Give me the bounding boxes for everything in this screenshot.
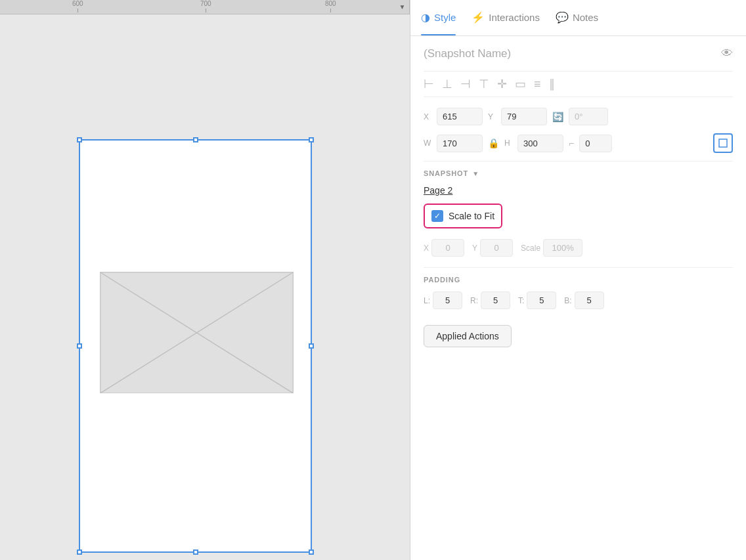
snapshot-name[interactable]: (Snapshot Name) bbox=[424, 47, 511, 60]
y-label: Y bbox=[488, 112, 496, 121]
padding-b-input[interactable] bbox=[575, 291, 604, 309]
align-bottom-icon[interactable]: ▭ bbox=[515, 77, 526, 91]
padding-l-field: L: bbox=[424, 291, 462, 309]
align-right-icon[interactable]: ⊣ bbox=[460, 77, 471, 91]
handle-bottom-left[interactable] bbox=[77, 549, 82, 555]
svg-rect-3 bbox=[719, 139, 727, 147]
padding-r-field: R: bbox=[470, 291, 510, 309]
wh-row: W 🔒 H ⌐ bbox=[424, 133, 733, 153]
scale-group: Scale bbox=[521, 239, 582, 257]
divider-1 bbox=[424, 161, 733, 162]
notes-icon: 💬 bbox=[556, 11, 569, 24]
handle-top-center[interactable] bbox=[193, 137, 198, 142]
tab-style[interactable]: ◑ Style bbox=[421, 0, 456, 35]
corner-radius-input[interactable] bbox=[579, 135, 612, 152]
ruler: 600 700 800 ▼ bbox=[0, 0, 410, 14]
padding-row: L: R: T: B: bbox=[424, 291, 733, 309]
lock-icon[interactable]: 🔒 bbox=[488, 138, 499, 148]
snapshot-chevron[interactable]: ▼ bbox=[472, 170, 479, 177]
eye-icon[interactable]: 👁 bbox=[721, 47, 733, 60]
w-input[interactable] bbox=[437, 135, 483, 152]
padding-l-label: L: bbox=[424, 296, 430, 305]
applied-actions-label: Applied Actions bbox=[436, 331, 499, 341]
scale-to-fit-label: Scale to Fit bbox=[449, 211, 494, 221]
handle-top-left[interactable] bbox=[77, 137, 82, 142]
ruler-mark-700: 700 bbox=[200, 0, 211, 12]
snapshot-section-header: SNAPSHOT ▼ bbox=[424, 169, 733, 177]
tab-notes[interactable]: 💬 Notes bbox=[556, 0, 598, 35]
x-label: X bbox=[424, 112, 431, 121]
h-input[interactable] bbox=[517, 135, 563, 152]
h-label: H bbox=[504, 139, 512, 148]
ruler-mark-600: 600 bbox=[72, 0, 83, 12]
scale-to-fit-checkbox[interactable]: ✓ bbox=[431, 210, 443, 222]
w-label: W bbox=[424, 139, 431, 148]
right-panel: ◑ Style ⚡ Interactions 💬 Notes (Snapshot… bbox=[410, 0, 746, 560]
divider-2 bbox=[424, 267, 733, 268]
page-link[interactable]: Page 2 bbox=[424, 185, 733, 196]
handle-middle-right[interactable] bbox=[309, 343, 314, 349]
offset-x-group: X bbox=[424, 239, 464, 257]
interactions-icon: ⚡ bbox=[472, 11, 485, 24]
rotate-input[interactable] bbox=[569, 108, 608, 125]
distribute-v-icon[interactable]: ∥ bbox=[549, 77, 555, 91]
padding-b-label: B: bbox=[564, 296, 571, 305]
corner-radius-icon: ⌐ bbox=[569, 138, 574, 148]
padding-t-input[interactable] bbox=[527, 291, 556, 309]
canvas-area: 600 700 800 ▼ bbox=[0, 0, 410, 560]
padding-t-label: T: bbox=[518, 296, 524, 305]
handle-top-right[interactable] bbox=[309, 137, 314, 142]
scale-label: Scale bbox=[521, 244, 540, 253]
handle-middle-left[interactable] bbox=[77, 343, 82, 349]
rotate-icon: 🔄 bbox=[552, 112, 563, 122]
snapshot-name-row: (Snapshot Name) 👁 bbox=[424, 47, 733, 60]
align-center-v-icon[interactable]: ✛ bbox=[497, 77, 507, 91]
panel-content: (Snapshot Name) 👁 ⊢ ⊥ ⊣ ⊤ ✛ ▭ ≡ ∥ X Y 🔄 … bbox=[410, 36, 746, 560]
padding-t-field: T: bbox=[518, 291, 556, 309]
align-center-h-icon[interactable]: ⊥ bbox=[442, 77, 452, 91]
handle-bottom-center[interactable] bbox=[193, 549, 198, 555]
scale-to-fit-row: ✓ Scale to Fit bbox=[424, 204, 502, 228]
offset-y-input[interactable] bbox=[480, 239, 513, 257]
y-input[interactable] bbox=[501, 108, 547, 125]
checkbox-check-icon: ✓ bbox=[434, 211, 441, 221]
wireframe-image bbox=[100, 272, 294, 393]
padding-r-input[interactable] bbox=[481, 291, 510, 309]
tab-notes-label: Notes bbox=[573, 12, 598, 23]
offset-row: X Y Scale bbox=[424, 239, 733, 257]
ruler-mark-800: 800 bbox=[325, 0, 336, 12]
style-icon: ◑ bbox=[421, 11, 430, 24]
align-top-icon[interactable]: ⊤ bbox=[479, 77, 489, 91]
offset-x-label: X bbox=[424, 244, 429, 253]
alignment-row: ⊢ ⊥ ⊣ ⊤ ✛ ▭ ≡ ∥ bbox=[424, 71, 733, 97]
canvas-content bbox=[0, 14, 410, 560]
tab-style-label: Style bbox=[434, 12, 456, 23]
ruler-dropdown[interactable]: ▼ bbox=[395, 0, 410, 14]
selected-element[interactable] bbox=[79, 139, 312, 553]
xy-row: X Y 🔄 bbox=[424, 108, 733, 125]
applied-actions-button[interactable]: Applied Actions bbox=[424, 325, 512, 347]
x-input[interactable] bbox=[437, 108, 483, 125]
offset-x-input[interactable] bbox=[431, 239, 464, 257]
padding-l-input[interactable] bbox=[433, 291, 462, 309]
offset-y-group: Y bbox=[472, 239, 513, 257]
corner-type-button[interactable] bbox=[713, 133, 733, 153]
tab-interactions-label: Interactions bbox=[489, 12, 540, 23]
offset-y-label: Y bbox=[472, 244, 477, 253]
snapshot-label: SNAPSHOT bbox=[424, 169, 468, 177]
padding-section-header: PADDING bbox=[424, 276, 733, 284]
scale-input[interactable] bbox=[543, 239, 582, 257]
tabs-bar: ◑ Style ⚡ Interactions 💬 Notes bbox=[410, 0, 746, 36]
align-left-icon[interactable]: ⊢ bbox=[424, 77, 434, 91]
handle-bottom-right[interactable] bbox=[309, 549, 314, 555]
distribute-h-icon[interactable]: ≡ bbox=[534, 77, 541, 91]
padding-r-label: R: bbox=[470, 296, 478, 305]
padding-b-field: B: bbox=[564, 291, 603, 309]
tab-interactions[interactable]: ⚡ Interactions bbox=[472, 0, 540, 35]
